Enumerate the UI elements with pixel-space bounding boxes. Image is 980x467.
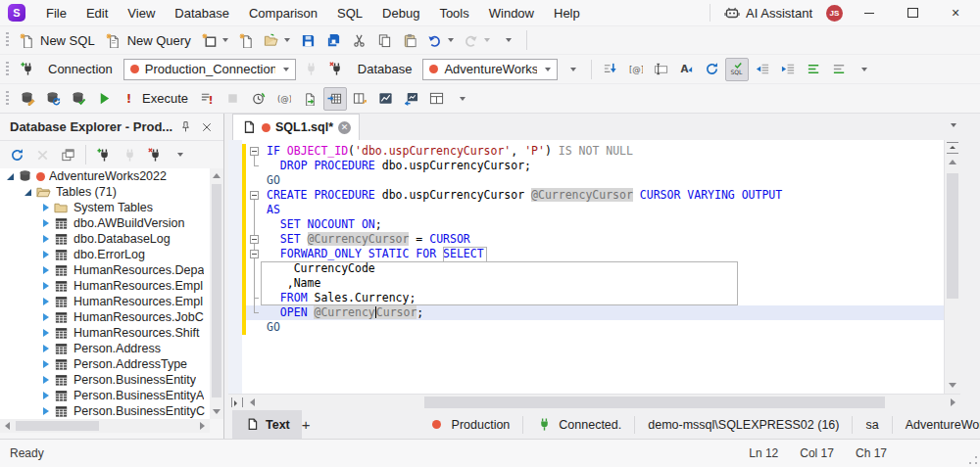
scrollbar-thumb[interactable] [16,421,99,431]
menu-help[interactable]: Help [544,2,590,24]
expand-icon[interactable] [41,218,51,228]
document-tab-sql1[interactable]: SQL1.sql* ✕ [232,114,360,140]
chevron-down-icon[interactable] [545,68,551,71]
open-file-button[interactable] [261,28,295,52]
save-button[interactable] [297,28,320,52]
scrollbar-thumb[interactable] [212,184,221,397]
refresh-data-button[interactable] [41,87,65,111]
split-view-handle[interactable] [231,397,243,407]
validate-db-button[interactable] [67,87,90,111]
chevron-down-icon[interactable] [222,38,228,42]
scrollbar-thumb[interactable] [947,173,958,299]
tree-item-humanresources-shift[interactable]: HumanResources.Shift [0,325,210,341]
layout-button[interactable] [349,87,372,111]
tree-item-person-businessentitya[interactable]: Person.BusinessEntityA [0,388,210,403]
database-name[interactable]: AdventureWorks2022 [892,416,980,434]
chevron-down-icon[interactable] [283,68,289,71]
tab-close-icon[interactable]: ✕ [338,121,351,134]
tree-item-person-businessentityc[interactable]: Person.BusinessEntityC [0,403,210,419]
expand-icon[interactable] [41,203,51,212]
expand-icon[interactable] [41,391,51,400]
tree-item-person-addresstype[interactable]: Person.AddressType [0,356,210,372]
fold-collapse-icon[interactable] [250,235,259,244]
toolbar-drag-handle[interactable] [6,91,9,107]
view-tab-text[interactable]: Text [232,410,302,439]
chevron-down-icon[interactable] [484,38,490,42]
expand-icon[interactable] [41,250,51,259]
pin-button[interactable] [174,117,196,137]
scroll-up-icon[interactable] [949,160,956,164]
menu-file[interactable]: File [36,2,76,24]
edit-data-button[interactable] [16,87,39,111]
collapse-icon[interactable] [6,171,16,181]
fold-collapse-icon[interactable] [250,147,259,156]
code-line-6[interactable]: SET NOCOUNT ON; [228,217,944,232]
expand-icon[interactable] [41,406,51,416]
expand-icon[interactable] [41,265,51,275]
parameters-button[interactable]: [@] [623,58,647,81]
user-avatar[interactable]: JS [826,5,843,22]
expand-icon[interactable] [41,375,51,385]
history-button[interactable] [247,87,270,111]
code-line-3[interactable]: GO [228,173,944,188]
validate-sql-button[interactable]: SQL [725,58,749,81]
save-all-button[interactable] [322,28,346,52]
copy-button[interactable] [373,28,397,52]
menu-database[interactable]: Database [165,2,239,24]
scroll-right-icon[interactable] [200,422,205,430]
editor-horizontal-scrollbar[interactable] [228,394,960,410]
stop-button[interactable] [221,87,245,111]
new-query-button[interactable]: New Query [103,28,197,52]
scroll-down-icon[interactable] [213,409,220,414]
new-sql-button[interactable]: New SQL [16,28,101,52]
connect-button[interactable] [300,58,323,81]
combo-options-button[interactable] [562,58,585,81]
code-line-12[interactable]: OPEN @CurrencyCursor; [246,305,944,320]
delete-button[interactable] [30,143,54,166]
disconnect-button[interactable] [143,143,167,166]
tree-item-dbo-errorlog[interactable]: dbo.ErrorLog [0,247,210,262]
ai-assistant-button[interactable]: AI Assistant [720,3,816,23]
tree-item-tables-71-[interactable]: Tables (71) [0,184,210,200]
new-connection-button[interactable] [16,58,39,81]
add-view-button[interactable]: + [302,410,311,439]
tree-item-humanresources-jobc[interactable]: HumanResources.JobC [0,309,210,325]
connect-button[interactable] [118,143,141,166]
fold-collapse-icon[interactable] [250,250,259,258]
tree-item-person-address[interactable]: Person.Address [0,341,210,356]
expand-icon[interactable] [41,281,51,291]
tree-item-adventureworks2022[interactable]: AdventureWorks2022 [0,168,210,184]
connection-select[interactable]: Production_Connection [123,59,296,80]
code-lines[interactable]: IF OBJECT_ID('dbo.uspCurrencyCursor', 'P… [228,144,944,335]
window-panes-button[interactable] [425,87,449,111]
collapse-icon[interactable] [24,187,33,197]
scroll-up-icon[interactable] [213,173,220,178]
chevron-down-icon[interactable] [284,38,290,42]
expand-icon[interactable] [41,344,51,353]
resize-grip[interactable] [969,456,977,464]
new-window-button[interactable] [199,28,233,52]
tree-horizontal-scrollbar[interactable] [0,419,210,433]
tree-item-humanresources-depa[interactable]: HumanResources.Depa [0,262,210,278]
windows-button[interactable] [56,143,79,166]
menu-debug[interactable]: Debug [372,2,429,24]
code-line-7[interactable]: SET @CurrencyCursor = CURSOR [228,232,944,247]
execute-button[interactable]: !Execute [118,87,194,111]
code-line-8[interactable]: FORWARD_ONLY STATIC FOR SELECT [228,247,944,261]
toolbar-drag-handle[interactable] [6,62,9,77]
export-chart-button[interactable] [400,87,423,111]
scroll-down-icon[interactable] [949,383,956,388]
indent-increase-button[interactable] [776,58,800,81]
more-options-button[interactable] [497,28,520,52]
expand-icon[interactable] [41,328,51,338]
menu-view[interactable]: View [118,2,165,24]
menu-edit[interactable]: Edit [76,2,118,24]
chart-button[interactable] [374,87,398,111]
execute-options-button[interactable] [451,87,474,111]
new-connection-button[interactable] [92,143,116,166]
maximize-button[interactable] [896,2,929,23]
tree-item-humanresources-empl[interactable]: HumanResources.Empl [0,278,210,294]
undo-button[interactable] [424,28,459,52]
code-line-5[interactable]: AS [228,203,944,217]
editor-vertical-scrollbar[interactable] [944,140,960,394]
